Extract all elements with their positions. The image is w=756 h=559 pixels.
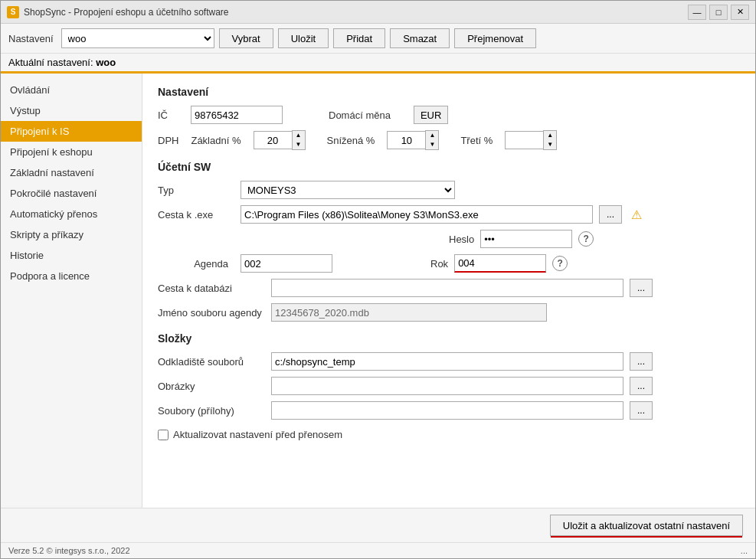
vybrat-button[interactable]: Vybrat <box>219 28 273 48</box>
treti-up-btn[interactable]: ▲ <box>544 131 556 140</box>
version-text: Verze 5.2 © integsys s.r.o., 2022 <box>8 546 130 555</box>
sidebar-item-automaticky-prenos[interactable]: Automatický přenos <box>1 204 142 224</box>
typ-label: Typ <box>158 185 234 196</box>
obrazky-label: Obrázky <box>158 381 265 392</box>
jmeno-souboru-input[interactable] <box>271 303 547 322</box>
smazat-button[interactable]: Smazat <box>390 28 450 48</box>
minimize-button[interactable]: — <box>688 5 706 20</box>
prejmenovat-button[interactable]: Přejmenovat <box>454 28 536 48</box>
zakladni-spinner: ▲ ▼ <box>254 130 306 150</box>
status-dots: ... <box>741 546 748 555</box>
cesta-exe-browse-btn[interactable]: ... <box>599 205 622 224</box>
treti-label: Třetí % <box>460 135 493 146</box>
treti-spinner-btns: ▲ ▼ <box>543 130 557 150</box>
bottom-bar: Uložit a aktualizovat ostatní nastavení <box>1 508 755 542</box>
save-update-button[interactable]: Uložit a aktualizovat ostatní nastavení <box>550 515 743 536</box>
ucetni-sw-section-title: Účetní SW <box>158 161 740 173</box>
subtitle-bar: Aktuální nastavení: woo <box>1 54 755 74</box>
cesta-databazi-row: Cesta k databázi ... <box>158 279 740 297</box>
agenda-input[interactable] <box>241 254 332 273</box>
cesta-databazi-label: Cesta k databázi <box>158 283 265 294</box>
aktualizovat-checkbox[interactable] <box>158 430 169 440</box>
nastaveni-select[interactable]: woo <box>61 28 214 48</box>
warning-icon: ⚠ <box>628 206 645 223</box>
rok-label: Rok <box>430 258 448 270</box>
agenda-label: Agenda <box>158 258 234 270</box>
nastaveni-label: Nastavení <box>8 33 54 44</box>
rok-input[interactable] <box>454 254 546 273</box>
ulozit-button[interactable]: Uložit <box>278 28 329 48</box>
odkladiste-label: Odkladiště souborů <box>158 356 265 368</box>
jmeno-souboru-row: Jméno souboru agendy <box>158 303 740 322</box>
jmeno-souboru-label: Jméno souboru agendy <box>158 307 265 319</box>
snizena-down-btn[interactable]: ▼ <box>426 140 438 149</box>
domaci-mena-value: EUR <box>414 106 448 124</box>
status-bar: Verze 5.2 © integsys s.r.o., 2022 ... <box>1 542 755 558</box>
sidebar-item-historie[interactable]: Historie <box>1 245 142 266</box>
cesta-exe-label: Cesta k .exe <box>158 209 234 221</box>
cesta-databazi-input[interactable] <box>271 279 623 297</box>
snizena-up-btn[interactable]: ▲ <box>426 131 438 140</box>
main-content: Ovládání Výstup Připojení k IS Připojení… <box>1 74 755 508</box>
nastaveni-section-title: Nastavení <box>158 86 740 98</box>
ic-label: IČ <box>158 110 168 121</box>
heslo-help-icon[interactable]: ? <box>578 231 594 247</box>
snizena-input[interactable] <box>387 131 425 149</box>
odkladiste-browse-btn[interactable]: ... <box>630 352 653 371</box>
treti-spinner: ▲ ▼ <box>505 130 557 150</box>
snizena-spinner: ▲ ▼ <box>387 130 439 150</box>
sidebar-item-ovladani[interactable]: Ovládání <box>1 80 142 100</box>
ic-input[interactable] <box>191 106 283 124</box>
rok-help-icon[interactable]: ? <box>552 256 568 271</box>
agenda-rok-row: Agenda Rok ? <box>158 254 740 273</box>
sidebar-item-pripojeni-eshopu[interactable]: Připojení k eshopu <box>1 142 142 162</box>
zakladni-label: Základní % <box>191 135 241 146</box>
soubory-input[interactable] <box>271 401 623 420</box>
window-controls: — □ ✕ <box>688 5 749 20</box>
app-icon: S <box>7 6 19 18</box>
dph-label: DPH <box>158 135 178 146</box>
sidebar-item-pripojeni-is[interactable]: Připojení k IS <box>1 121 142 142</box>
soubory-browse-btn[interactable]: ... <box>630 401 653 420</box>
zakladni-down-btn[interactable]: ▼ <box>293 140 305 149</box>
close-button[interactable]: ✕ <box>731 5 749 20</box>
subtitle-prefix: Aktuální nastavení: <box>8 57 93 68</box>
odkladiste-input[interactable] <box>271 352 623 371</box>
slozky-section-title: Složky <box>158 332 740 345</box>
obrazky-row: Obrázky ... <box>158 377 740 395</box>
window-title: ShopSync - Propojení eshopu a účetního s… <box>24 7 688 18</box>
snizena-label: Snížená % <box>327 135 375 146</box>
obrazky-input[interactable] <box>271 377 623 395</box>
domaci-mena-label: Domácí měna <box>329 110 391 121</box>
content-area: Nastavení IČ Domácí měna EUR DPH Základn… <box>142 74 755 508</box>
heslo-input[interactable] <box>480 230 572 248</box>
cesta-exe-row: Cesta k .exe ... ⚠ <box>158 205 740 224</box>
soubory-row: Soubory (přílohy) ... <box>158 401 740 420</box>
cesta-databazi-browse-btn[interactable]: ... <box>630 279 653 297</box>
cesta-exe-input[interactable] <box>241 205 593 224</box>
toolbar: Nastavení woo Vybrat Uložit Přidat Smaza… <box>1 24 755 54</box>
treti-input[interactable] <box>505 131 543 149</box>
sidebar-item-podpora-licence[interactable]: Podpora a licence <box>1 266 142 286</box>
maximize-button[interactable]: □ <box>709 5 728 20</box>
aktualizovat-row: Aktualizovat nastavení před přenosem <box>158 429 740 440</box>
zakladni-up-btn[interactable]: ▲ <box>293 131 305 140</box>
sidebar-item-pokrocile-nastaveni[interactable]: Pokročilé nastavení <box>1 183 142 204</box>
sidebar-item-vystup[interactable]: Výstup <box>1 100 142 121</box>
subtitle-value: woo <box>96 57 116 68</box>
sidebar-item-zakladni-nastaveni[interactable]: Základní nastavení <box>1 162 142 183</box>
heslo-label: Heslo <box>449 234 474 245</box>
soubory-label: Soubory (přílohy) <box>158 405 265 417</box>
sidebar: Ovládání Výstup Připojení k IS Připojení… <box>1 74 142 508</box>
pridat-button[interactable]: Přidat <box>333 28 385 48</box>
heslo-row: Heslo ? <box>234 230 740 248</box>
obrazky-browse-btn[interactable]: ... <box>630 377 653 395</box>
ic-row: IČ Domácí měna EUR <box>158 106 740 124</box>
typ-row: Typ MONEYS3 <box>158 181 740 199</box>
title-bar: S ShopSync - Propojení eshopu a účetního… <box>1 1 755 24</box>
zakladni-spinner-btns: ▲ ▼ <box>292 130 306 150</box>
treti-down-btn[interactable]: ▼ <box>544 140 556 149</box>
typ-select[interactable]: MONEYS3 <box>241 181 455 199</box>
sidebar-item-skripty-prikazy[interactable]: Skripty a příkazy <box>1 224 142 245</box>
zakladni-input[interactable] <box>254 131 292 149</box>
